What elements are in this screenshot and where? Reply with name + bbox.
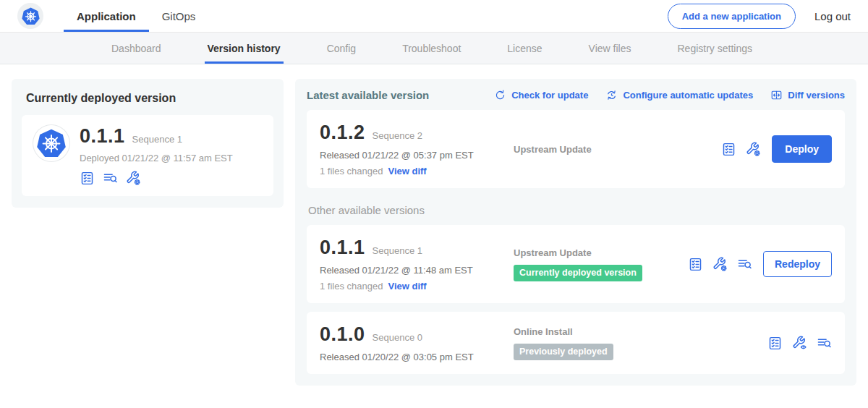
current-version-sequence: Sequence 1 (132, 134, 182, 145)
configure-automatic-updates-link[interactable]: Configure automatic updates (605, 89, 753, 101)
tab-gitops[interactable]: GitOps (149, 0, 209, 32)
version-row-actions (767, 336, 832, 351)
app-subnav: Dashboard Version history Config Trouble… (0, 33, 868, 64)
view-logs-icon[interactable] (817, 336, 832, 351)
version-history-panel: Latest available version Check for updat… (295, 79, 856, 386)
version-source-label: Online Install (514, 326, 767, 337)
currently-deployed-card: 0.1.1 Sequence 1 Deployed 01/21/22 @ 11:… (22, 115, 273, 196)
current-version-number: 0.1.1 (80, 125, 125, 148)
auto-update-icon (605, 89, 618, 101)
release-notes-icon[interactable] (767, 336, 783, 351)
files-changed-label: 1 files changed (320, 281, 383, 292)
tab-view-files[interactable]: View files (586, 33, 634, 64)
view-diff-link[interactable]: View diff (388, 281, 426, 292)
top-header: Application GitOps Add a new application… (0, 0, 868, 33)
previously-deployed-badge: Previously deployed (514, 344, 613, 360)
add-new-application-button[interactable]: Add a new application (668, 4, 796, 29)
view-config-icon[interactable] (792, 336, 807, 351)
deploy-button[interactable]: Deploy (772, 135, 832, 163)
current-version-deployed-date: Deployed 01/21/22 @ 11:57 am EST (80, 153, 233, 163)
view-diff-link[interactable]: View diff (388, 166, 426, 177)
files-changed-label: 1 files changed (320, 166, 383, 177)
latest-available-title: Latest available version (307, 89, 429, 101)
version-sequence: Sequence 1 (373, 245, 422, 256)
version-number: 0.1.2 (320, 122, 365, 144)
currently-deployed-badge: Currently deployed version (514, 265, 642, 281)
tab-application[interactable]: Application (64, 0, 149, 32)
version-number: 0.1.0 (320, 323, 365, 346)
app-kubernetes-logo (33, 125, 69, 161)
tab-registry-settings[interactable]: Registry settings (674, 33, 754, 64)
diff-icon (770, 89, 783, 101)
version-released-date: Released 01/21/22 @ 11:48 am EST (320, 265, 514, 276)
version-sequence: Sequence 0 (373, 332, 422, 343)
tab-troubleshoot[interactable]: Troubleshoot (399, 33, 464, 64)
header-tabs: Application GitOps (64, 0, 208, 32)
version-number: 0.1.1 (320, 237, 365, 259)
diff-versions-link[interactable]: Diff versions (770, 89, 845, 101)
current-version-actions (80, 171, 233, 186)
version-released-date: Released 01/21/22 @ 05:37 pm EST (320, 150, 514, 161)
redeploy-button[interactable]: Redeploy (763, 251, 832, 277)
version-row-0-1-2: 0.1.2 Sequence 2 Released 01/21/22 @ 05:… (307, 110, 845, 188)
currently-deployed-title: Currently deployed version (26, 92, 273, 105)
version-released-date: Released 01/20/22 @ 03:05 pm EST (320, 352, 514, 362)
edit-config-icon[interactable] (126, 171, 141, 186)
kubernetes-logo (17, 3, 43, 29)
version-row-0-1-0: 0.1.0 Sequence 0 Released 01/20/22 @ 03:… (307, 312, 845, 374)
tab-dashboard[interactable]: Dashboard (109, 33, 164, 64)
tab-config[interactable]: Config (324, 33, 359, 64)
version-source-label: Upstream Update (514, 144, 721, 155)
currently-deployed-panel: Currently deployed version 0 (12, 79, 284, 208)
check-for-update-link[interactable]: Check for update (494, 89, 588, 101)
version-row-0-1-1: 0.1.1 Sequence 1 Released 01/21/22 @ 11:… (307, 225, 845, 303)
version-row-actions (721, 142, 761, 157)
release-notes-icon[interactable] (80, 171, 95, 186)
version-row-actions (688, 257, 752, 272)
edit-config-icon[interactable] (746, 142, 761, 157)
release-notes-icon[interactable] (688, 257, 703, 272)
tab-version-history[interactable]: Version history (205, 33, 284, 64)
view-logs-icon[interactable] (737, 257, 752, 272)
version-sequence: Sequence 2 (373, 130, 422, 141)
view-logs-icon[interactable] (103, 171, 118, 186)
refresh-icon (494, 89, 506, 101)
release-notes-icon[interactable] (721, 142, 736, 157)
version-source-label: Upstream Update (514, 247, 688, 258)
edit-config-icon[interactable] (712, 257, 728, 272)
tab-license[interactable]: License (504, 33, 545, 64)
logout-button[interactable]: Log out (814, 10, 851, 22)
other-available-title: Other available versions (308, 204, 845, 216)
